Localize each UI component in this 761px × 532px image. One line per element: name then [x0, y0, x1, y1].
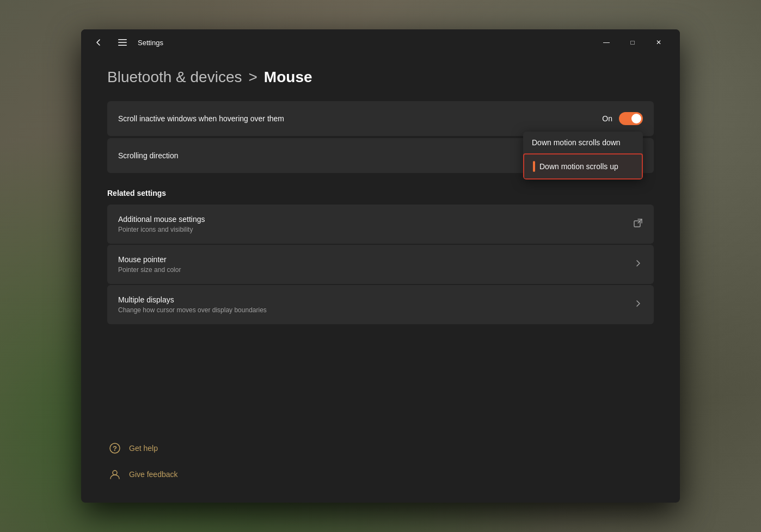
scrolling-direction-dropdown[interactable]: Down motion scrolls down Down motion scr… — [523, 132, 643, 180]
related-settings-list: Additional mouse settings Pointer icons … — [107, 205, 654, 324]
title-bar-left: Settings — [90, 35, 594, 50]
mouse-pointer-title: Mouse pointer — [118, 255, 181, 264]
settings-content: Bluetooth & devices > Mouse Scroll inact… — [81, 55, 680, 503]
maximize-button[interactable]: □ — [620, 34, 645, 51]
get-help-label: Get help — [129, 444, 158, 453]
chevron-right-icon-1 — [633, 258, 643, 270]
svg-rect-1 — [118, 42, 127, 43]
get-help-icon: ? — [107, 441, 122, 456]
give-feedback-link[interactable]: Give feedback — [107, 463, 654, 485]
footer-links: ? Get help Give feedback — [107, 424, 654, 485]
mouse-pointer-subtitle: Pointer size and color — [118, 266, 181, 274]
close-button[interactable]: ✕ — [646, 34, 671, 51]
give-feedback-icon — [107, 467, 122, 482]
external-link-icon — [633, 218, 643, 230]
breadcrumb-parent[interactable]: Bluetooth & devices — [107, 69, 242, 86]
selected-indicator — [533, 161, 535, 172]
get-help-link[interactable]: ? Get help — [107, 437, 654, 459]
title-bar: Settings — □ ✕ — [81, 29, 680, 55]
window-title: Settings — [138, 39, 163, 47]
settings-list: Scroll inactive windows when hovering ov… — [107, 101, 654, 173]
additional-mouse-text: Additional mouse settings Pointer icons … — [118, 215, 205, 233]
svg-rect-2 — [118, 45, 127, 46]
scrolling-direction-setting: Scrolling direction Down motion scrolls … — [107, 138, 654, 173]
back-button[interactable] — [90, 35, 107, 50]
mouse-pointer-row[interactable]: Mouse pointer Pointer size and color — [107, 245, 654, 284]
additional-mouse-subtitle: Pointer icons and visibility — [118, 226, 205, 233]
dropdown-option-up[interactable]: Down motion scrolls up — [523, 153, 643, 180]
multiple-displays-subtitle: Change how cursor moves over display bou… — [118, 306, 267, 314]
minimize-button[interactable]: — — [594, 34, 619, 51]
multiple-displays-title: Multiple displays — [118, 295, 267, 304]
scroll-inactive-status: On — [602, 114, 612, 123]
svg-rect-0 — [118, 39, 127, 40]
dropdown-option-down[interactable]: Down motion scrolls down — [523, 132, 643, 153]
chevron-right-icon-2 — [633, 299, 643, 311]
scrolling-direction-label: Scrolling direction — [118, 151, 179, 160]
settings-window: Settings — □ ✕ Bluetooth & devices > Mou… — [81, 29, 680, 503]
section-title: Related settings — [107, 189, 166, 197]
mouse-pointer-text: Mouse pointer Pointer size and color — [118, 255, 181, 274]
multiple-displays-row[interactable]: Multiple displays Change how cursor move… — [107, 285, 654, 324]
window-controls: — □ ✕ — [594, 34, 671, 51]
additional-mouse-settings-row[interactable]: Additional mouse settings Pointer icons … — [107, 205, 654, 244]
page-title-area: Bluetooth & devices > Mouse — [107, 55, 654, 101]
breadcrumb: Bluetooth & devices > Mouse — [107, 69, 654, 86]
breadcrumb-current: Mouse — [264, 69, 312, 86]
scroll-inactive-setting: Scroll inactive windows when hovering ov… — [107, 101, 654, 136]
svg-point-6 — [113, 471, 117, 475]
scroll-inactive-toggle[interactable] — [619, 112, 643, 125]
breadcrumb-separator: > — [249, 69, 257, 86]
svg-text:?: ? — [113, 444, 117, 453]
scroll-inactive-label: Scroll inactive windows when hovering ov… — [118, 114, 284, 123]
additional-mouse-title: Additional mouse settings — [118, 215, 205, 224]
scroll-inactive-control: On — [602, 112, 643, 125]
give-feedback-label: Give feedback — [129, 470, 178, 479]
menu-button[interactable] — [114, 35, 131, 50]
scrolling-direction-inner: Scrolling direction Down motion scrolls … — [107, 138, 654, 173]
multiple-displays-text: Multiple displays Change how cursor move… — [118, 295, 267, 314]
toggle-thumb — [631, 114, 641, 123]
